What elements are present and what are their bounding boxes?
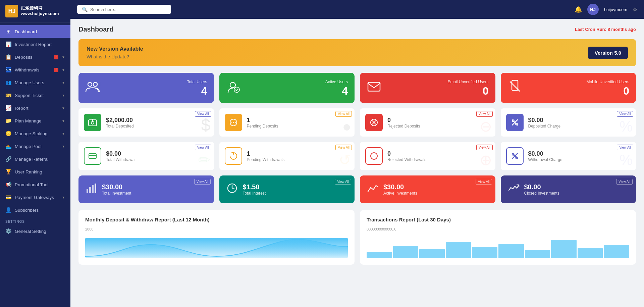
search-box[interactable]: 🔍 [77,5,171,14]
sidebar-item-support-ticket[interactable]: 🎫 Support Ticket ▼ [0,89,70,102]
logo-icon: HJ [5,5,18,17]
closed-investments-card[interactable]: $0.00 Closed Investments View All [501,175,636,203]
deposited-charge-view-all[interactable]: View All [617,111,633,117]
closed-investments-icon [507,182,520,197]
sidebar-item-investment-report[interactable]: 📊 Investment Report [0,38,70,51]
rejected-deposits-icon [365,114,383,131]
total-deposited-card[interactable]: $2,000.00 Total Deposited View All $ [78,108,214,137]
sidebar-item-label: Manage Users [15,80,58,85]
chevron-down-icon: ▼ [62,145,65,148]
sidebar-item-label: Dashboard [15,29,65,34]
sidebar-item-deposits[interactable]: 📋 Deposits ! ▼ [0,51,70,63]
sidebar-item-promotional-tool[interactable]: 📢 Promotional Tool [0,178,70,191]
email-unverified-card[interactable]: Email Unverified Users 0 [360,73,495,103]
withdrawal-charge-card[interactable]: $0.00 Withdrawal Charge View All % [501,142,636,170]
total-interest-info: $1.50 Total Interest [243,183,266,196]
pending-withdrawals-value: 1 [247,150,350,157]
total-deposited-view-all[interactable]: View All [195,111,211,117]
page-content: Dashboard Last Cron Run: 8 months ago Ne… [70,19,644,307]
total-withdrawal-card[interactable]: $0.00 Total Withdrawal View All ✏ [78,142,214,170]
notification-bell-icon[interactable]: 🔔 [575,6,582,13]
email-unverified-label: Email Unverified Users [367,80,489,84]
logo: HJ 汇聚源码网 www.huijuym.com [0,0,70,22]
dashboard-icon: ⊞ [5,29,11,35]
mobile-unverified-card[interactable]: Mobile Unverified Users 0 [501,73,636,103]
total-users-card[interactable]: Total Users 4 [78,73,214,103]
total-investment-info: $30.00 Total Investment [102,183,131,196]
withdrawals-icon: 🏧 [5,67,11,73]
sidebar-item-plan-manage[interactable]: 📁 Plan Manage ▼ [0,114,70,127]
sidebar-item-subscribers[interactable]: 👤 Subscribers [0,204,70,216]
sidebar-item-payment-gateways[interactable]: 💳 Payment Gateways ▼ [0,191,70,204]
total-interest-icon [226,182,238,197]
withdrawal-charge-value: $0.00 [528,150,631,157]
withdrawal-charge-view-all[interactable]: View All [617,145,633,150]
username-label: huijuymcom [604,7,627,12]
sidebar-item-general-setting[interactable]: ⚙️ General Setting [0,225,70,238]
sidebar-item-report[interactable]: 📈 Report ▼ [0,102,70,114]
deposited-charge-card[interactable]: $0.00 Deposited Charge View All % [501,108,636,137]
svg-point-3 [234,87,239,93]
active-investments-card[interactable]: $30.00 Active Investments View All [360,175,495,203]
sidebar-item-manage-users[interactable]: 👥 Manage Users ▼ [0,76,70,89]
active-investments-view-all[interactable]: View All [476,179,492,185]
transactions-chart-card: Transactions Report (Last 30 Days) 80000… [360,210,636,265]
rejected-withdrawals-card[interactable]: 0 Rejected Withdrawals View All ⊕ [360,142,495,170]
sidebar-item-manage-pool[interactable]: 🏊 Manage Pool ▼ [0,140,70,153]
sidebar-item-manage-referral[interactable]: 🔗 Manage Referral [0,153,70,165]
user-stats-grid: Total Users 4 Active Users 4 [78,73,636,103]
active-investments-label: Active Investments [383,191,417,196]
sidebar-item-dashboard[interactable]: ⊞ Dashboard [0,25,70,38]
svg-point-10 [230,122,231,123]
sidebar-item-withdrawals[interactable]: 🏧 Withdrawals ! ▼ [0,63,70,76]
general-setting-icon: ⚙️ [5,228,11,234]
pending-withdrawals-card[interactable]: 1 Pending Withdrawals View All ↺ [219,142,355,170]
closed-investments-value: $0.00 [524,183,559,191]
promotional-tool-icon: 📢 [5,182,11,188]
total-withdrawal-view-all[interactable]: View All [195,145,211,150]
sidebar: HJ 汇聚源码网 www.huijuym.com ⊞ Dashboard 📊 I… [0,0,70,307]
chevron-down-icon: ▼ [62,55,65,59]
svg-rect-30 [92,185,94,193]
deposited-charge-label: Deposited Charge [528,124,631,129]
total-interest-view-all[interactable]: View All [335,179,351,185]
deposited-charge-icon [506,114,524,131]
closed-investments-view-all[interactable]: View All [616,179,633,185]
sidebar-item-user-ranking[interactable]: 🏆 User Ranking [0,165,70,178]
email-unverified-value: 0 [367,86,489,96]
sidebar-item-label: User Ranking [15,169,65,174]
closed-investments-label: Closed Investments [524,191,559,196]
svg-rect-29 [89,187,91,193]
sidebar-nav: ⊞ Dashboard 📊 Investment Report 📋 Deposi… [0,22,70,307]
total-interest-card[interactable]: $1.50 Total Interest View All [219,175,355,203]
total-investment-value: $30.00 [102,183,131,191]
report-icon: 📈 [5,105,11,111]
rejected-deposits-card[interactable]: 0 Rejected Deposits View All ⊖ [360,108,495,137]
logo-text: 汇聚源码网 www.huijuym.com [21,5,59,17]
pending-withdrawals-view-all[interactable]: View All [335,145,352,150]
closed-investments-info: $0.00 Closed Investments [524,183,559,196]
chevron-down-icon: ▼ [62,119,65,123]
chevron-down-icon: ▼ [62,81,65,85]
total-users-value: 4 [85,86,207,96]
total-interest-label: Total Interest [243,191,266,196]
chevron-down-icon: ▼ [62,68,65,72]
monthly-chart-y-label: 2000 [85,227,348,231]
rejected-withdrawals-view-all[interactable]: View All [476,145,493,150]
active-investments-info: $30.00 Active Investments [383,183,417,196]
search-input[interactable] [90,7,166,12]
sidebar-item-manage-staking[interactable]: 🪙 Manage Staking ▼ [0,127,70,140]
deposits-badge: ! [54,55,58,59]
active-investments-value: $30.00 [383,183,417,191]
total-investment-view-all[interactable]: View All [194,179,211,185]
rejected-deposits-view-all[interactable]: View All [476,111,493,117]
pending-deposits-view-all[interactable]: View All [335,111,352,117]
transactions-chart-y-label: 8000000000000.0 [367,227,629,231]
total-investment-card[interactable]: $30.00 Total Investment View All [78,175,214,203]
total-withdrawal-icon [84,147,101,165]
active-users-card[interactable]: Active Users 4 [219,73,355,103]
sidebar-item-label: Investment Report [15,42,65,47]
pending-deposits-card[interactable]: 1 Pending Deposits View All ● [219,108,355,137]
settings-icon[interactable]: ⚙ [633,6,637,13]
withdrawals-badge: ! [54,68,58,72]
